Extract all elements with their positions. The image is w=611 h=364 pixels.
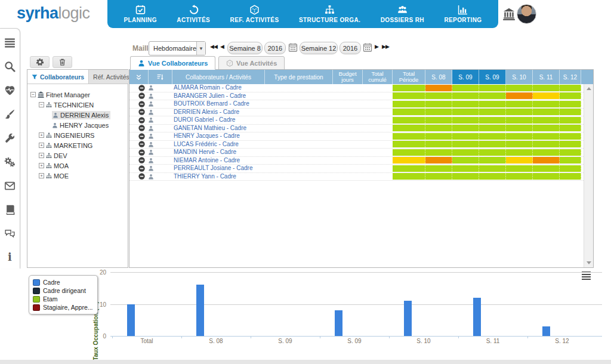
- tree-node-henry-jacques[interactable]: HENRY Jacques: [27, 120, 128, 130]
- col-week-12[interactable]: S. 12: [560, 70, 581, 84]
- planning-cell-green[interactable]: [533, 173, 560, 180]
- table-row[interactable]: BARANGER Julien - Cadre: [129, 92, 593, 101]
- planning-cell-green[interactable]: [425, 149, 452, 156]
- delete-button[interactable]: [53, 56, 72, 68]
- settings-button[interactable]: [30, 56, 50, 68]
- planning-cell-green[interactable]: [479, 165, 506, 172]
- to-week-pill[interactable]: Semaine 12: [300, 42, 338, 54]
- planning-cell-green[interactable]: [506, 141, 533, 147]
- planning-cell-green[interactable]: [393, 92, 425, 99]
- cogs-icon[interactable]: [4, 156, 16, 168]
- planning-cell-green[interactable]: [452, 117, 479, 124]
- planning-cell-green[interactable]: [560, 133, 581, 140]
- minus-circle-icon[interactable]: [138, 101, 145, 107]
- planning-cell-green[interactable]: [425, 101, 452, 107]
- planning-cell-green[interactable]: [560, 173, 581, 180]
- planning-cell-orange[interactable]: [506, 92, 533, 99]
- bank-icon[interactable]: [502, 8, 516, 20]
- nav-item-reporting[interactable]: REPORTING: [440, 5, 485, 23]
- planning-cell-green[interactable]: [479, 117, 506, 124]
- planning-cell-green[interactable]: [560, 92, 581, 99]
- col-week-09[interactable]: S. 09: [452, 70, 479, 84]
- tree-node-dev[interactable]: +DEV: [27, 150, 128, 161]
- chart-menu-icon[interactable]: [582, 272, 591, 281]
- planning-cell-green[interactable]: [506, 117, 533, 124]
- calendar-icon[interactable]: [363, 42, 372, 53]
- planning-cell-green[interactable]: [533, 165, 560, 172]
- user-avatar[interactable]: [517, 4, 536, 24]
- planning-cell-green[interactable]: [560, 165, 581, 172]
- planning-cell-green[interactable]: [560, 141, 581, 147]
- legend-item-etam[interactable]: Etam: [33, 295, 92, 303]
- tree-node-moe[interactable]: +MOE: [27, 171, 128, 181]
- planning-cell-green[interactable]: [393, 173, 425, 180]
- expand-icon[interactable]: +: [39, 132, 44, 138]
- planning-cell-green[interactable]: [425, 165, 452, 172]
- scroll-down-icon[interactable]: [587, 261, 591, 264]
- planning-cell-green[interactable]: [560, 157, 581, 164]
- planning-cell-green[interactable]: [452, 92, 479, 99]
- col-week-08[interactable]: S. 08: [425, 70, 452, 84]
- week-prev-button[interactable]: ◀: [220, 44, 224, 50]
- planning-cell-green[interactable]: [479, 141, 506, 147]
- book-icon[interactable]: [4, 204, 16, 215]
- tab-vue-activites[interactable]: Vue Activités: [218, 56, 285, 70]
- tab-vue-collaborateurs[interactable]: Vue Collaborateurs: [130, 56, 215, 70]
- tree-node-ingenieurs[interactable]: +INGENIEURS: [27, 130, 128, 140]
- planning-cell-green[interactable]: [560, 117, 581, 124]
- planning-cell-green[interactable]: [479, 85, 506, 91]
- planning-cell-yellow[interactable]: [506, 157, 533, 164]
- planning-cell-yellow[interactable]: [393, 157, 425, 164]
- planning-cell-green[interactable]: [393, 141, 425, 147]
- table-row[interactable]: HENRY Jacques - Cadre: [129, 132, 593, 141]
- wrench-icon[interactable]: [4, 132, 16, 144]
- info-icon[interactable]: i: [4, 252, 16, 263]
- planning-cell-green[interactable]: [452, 173, 479, 180]
- expand-icon[interactable]: +: [39, 163, 44, 168]
- mail-icon[interactable]: [4, 180, 16, 192]
- nav-item-dossiers-rh[interactable]: DOSSIERS RH: [377, 5, 428, 23]
- collapse-icon[interactable]: −: [30, 92, 36, 97]
- planning-cell-green[interactable]: [393, 85, 425, 91]
- tree-node-derrien-alexis[interactable]: DERRIEN Alexis: [27, 110, 128, 120]
- col-collaborateurs-activites[interactable]: Collaborateurs / Activités: [172, 70, 265, 84]
- expand-icon[interactable]: +: [39, 153, 44, 158]
- expand-icon[interactable]: +: [39, 173, 44, 178]
- calendar-icon[interactable]: [288, 42, 298, 53]
- from-week-pill[interactable]: Semaine 8: [227, 42, 263, 54]
- planning-cell-orange[interactable]: [425, 157, 452, 164]
- heart-pulse-icon[interactable]: [4, 85, 16, 96]
- planning-cell-green[interactable]: [506, 85, 533, 91]
- week-first-button[interactable]: ◀◀: [210, 44, 217, 50]
- planning-cell-green[interactable]: [506, 149, 533, 156]
- planning-cell-green[interactable]: [452, 141, 479, 147]
- tree-node-moa[interactable]: +MOA: [27, 161, 128, 171]
- planning-cell-green[interactable]: [393, 133, 425, 140]
- planning-cell-green[interactable]: [479, 173, 506, 180]
- scroll-up-icon[interactable]: [587, 87, 591, 90]
- legend-item-cadre-dirigeant[interactable]: Cadre dirigeant: [33, 287, 92, 294]
- tab-collaborateurs[interactable]: Collaborateurs: [27, 70, 88, 84]
- minus-circle-icon[interactable]: [138, 149, 145, 156]
- table-row[interactable]: MANDIN Hervé - Cadre: [129, 149, 593, 157]
- planning-cell-green[interactable]: [425, 109, 452, 115]
- planning-cell-green[interactable]: [479, 101, 506, 107]
- col-budget-jours[interactable]: Budget jours: [333, 70, 363, 84]
- planning-cell-green[interactable]: [533, 101, 560, 107]
- to-year-pill[interactable]: 2016: [340, 42, 361, 54]
- col-week-11[interactable]: S. 11: [533, 70, 560, 84]
- planning-cell-green[interactable]: [506, 109, 533, 115]
- col-total-periode[interactable]: Total Période: [393, 70, 425, 84]
- planning-cell-green[interactable]: [560, 85, 581, 91]
- planning-cell-green[interactable]: [533, 109, 560, 115]
- minus-circle-icon[interactable]: [138, 157, 145, 164]
- planning-cell-green[interactable]: [479, 149, 506, 156]
- planning-cell-green[interactable]: [533, 141, 560, 147]
- planning-cell-green[interactable]: [452, 101, 479, 107]
- planning-cell-green[interactable]: [560, 149, 581, 156]
- planning-cell-green[interactable]: [425, 141, 452, 147]
- planning-cell-green[interactable]: [560, 101, 581, 107]
- nav-item-activites[interactable]: ACTIVITÉS: [173, 5, 214, 23]
- from-year-pill[interactable]: 2016: [264, 42, 286, 54]
- planning-cell-green[interactable]: [506, 125, 533, 131]
